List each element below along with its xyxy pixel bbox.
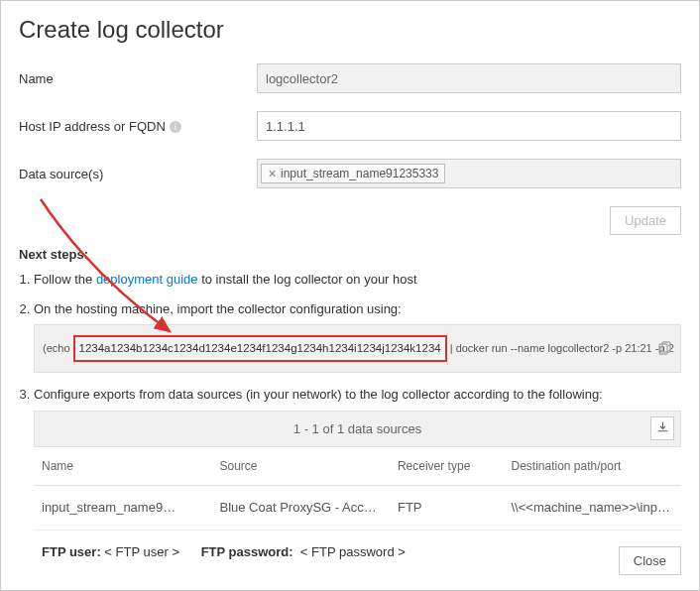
close-button[interactable]: Close (619, 546, 681, 575)
api-token-highlight: 1234a1234b1234c1234d1234e1234f1234g1234h… (73, 335, 447, 362)
datasource-tag[interactable]: ✕ input_stream_name91235333 (261, 164, 445, 183)
command-box[interactable]: (echo 1234a1234b1234c1234d1234e1234f1234… (34, 324, 681, 373)
deployment-guide-link[interactable]: deployment guide (96, 272, 198, 287)
credentials-row: FTP user: < FTP user > FTP password: < F… (34, 531, 681, 574)
col-name[interactable]: Name (34, 447, 211, 486)
name-label: Name (19, 71, 257, 86)
download-icon[interactable] (650, 416, 674, 440)
step-3: Configure exports from data sources (in … (34, 385, 681, 573)
table-summary: 1 - 1 of 1 data sources (34, 411, 681, 448)
datasource-table: Name Source Receiver type Destination pa… (34, 447, 681, 531)
col-receiver[interactable]: Receiver type (390, 447, 504, 486)
remove-tag-icon[interactable]: ✕ (268, 168, 277, 180)
cell-receiver: FTP (390, 486, 504, 531)
col-source[interactable]: Source (211, 447, 389, 486)
cell-dest: \\<<machine_name>>\input_stre… (504, 486, 682, 531)
cell-name: input_stream_name9… (34, 486, 211, 531)
info-icon[interactable]: i (170, 121, 181, 133)
update-button[interactable]: Update (610, 206, 681, 235)
code-prefix: (echo (43, 340, 70, 357)
name-input[interactable] (257, 63, 681, 93)
copy-icon[interactable] (656, 341, 672, 357)
host-input[interactable] (257, 111, 681, 141)
step-1: Follow the deployment guide to install t… (34, 270, 681, 290)
host-label: Host IP address or FQDNi (19, 119, 257, 134)
col-dest[interactable]: Destination path/port (504, 447, 682, 486)
datasource-label: Data source(s) (19, 167, 257, 181)
tag-label: input_stream_name91235333 (281, 167, 438, 180)
step-2: On the hosting machine, import the colle… (34, 299, 681, 374)
table-row[interactable]: input_stream_name9… Blue Coat ProxySG - … (34, 486, 681, 531)
code-suffix: | docker run --name logcollector2 -p 21:… (450, 340, 674, 357)
cell-source: Blue Coat ProxySG - Access l… (211, 486, 389, 531)
next-steps-heading: Next steps: (19, 247, 681, 262)
datasource-input[interactable]: ✕ input_stream_name91235333 (257, 159, 681, 188)
dialog-title: Create log collector (19, 16, 681, 44)
